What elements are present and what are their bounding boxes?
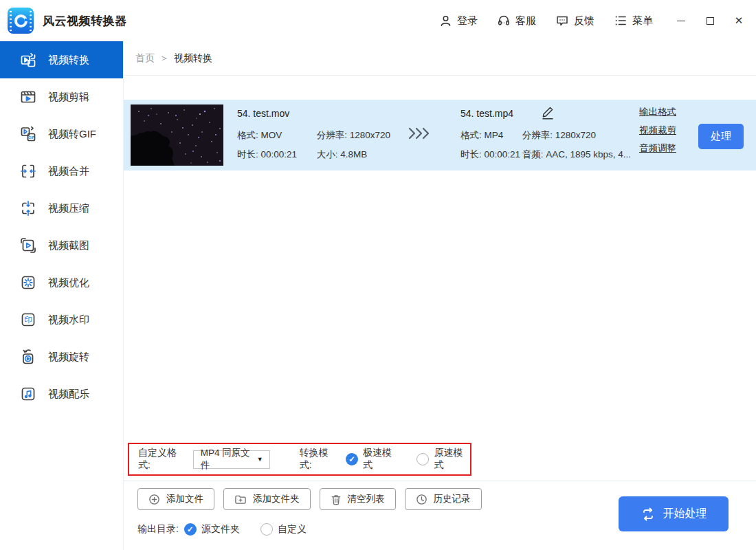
main-content: 首页 ＞ 视频转换 — [124, 41, 756, 550]
output-duration-audio: 时长: 00:00:21 音频: AAC, 1895 kbps, 4... — [460, 148, 631, 161]
sidebar-item-video-to-gif[interactable]: GIF 视频转GIF — [0, 116, 123, 153]
sidebar-item-video-merge[interactable]: 视频合并 — [0, 153, 123, 190]
window-controls: ✕ — [675, 14, 745, 27]
gif-convert-icon: GIF — [20, 126, 36, 142]
support-button[interactable]: 客服 — [497, 14, 536, 28]
maximize-icon[interactable] — [704, 14, 716, 27]
divider — [124, 481, 756, 481]
speech-bubble-icon — [555, 14, 569, 28]
sidebar-item-video-rotate[interactable]: 视频旋转 — [0, 338, 123, 375]
output-format-resolution: 格式: MP4 分辨率: 1280x720 — [460, 129, 596, 142]
start-process-button[interactable]: 开始处理 — [619, 496, 729, 531]
breadcrumb-home[interactable]: 首页 — [135, 52, 155, 65]
user-icon — [439, 14, 452, 28]
sidebar-item-label: 视频压缩 — [48, 202, 89, 215]
radio-checked-icon: ✓ — [346, 453, 358, 465]
format-dropdown-value: MP4 同原文件 — [201, 447, 257, 472]
screenshot-icon — [20, 237, 36, 254]
sidebar-item-video-screenshot[interactable]: 视频截图 — [0, 227, 123, 264]
sidebar-item-video-compress[interactable]: 视频压缩 — [0, 190, 123, 227]
outdir-source-folder-label: 源文件夹 — [201, 523, 240, 536]
clock-icon — [416, 494, 427, 505]
audio-adjust-link[interactable]: 音频调整 — [639, 142, 676, 155]
radio-checked-icon: ✓ — [184, 523, 197, 536]
sidebar-item-video-convert[interactable]: 视频转换 — [0, 41, 123, 78]
svg-text:GIF: GIF — [28, 135, 35, 140]
output-filename: 54. test.mp4 — [460, 108, 513, 119]
output-format-link[interactable]: 输出格式 — [639, 106, 676, 118]
source-format-resolution: 格式: MOV 分辨率: 1280x720 — [237, 129, 390, 142]
radio-unchecked-icon — [260, 523, 273, 536]
mode-normal-label: 原速模式 — [434, 447, 470, 472]
optimize-icon — [20, 274, 36, 291]
custom-format-label: 自定义格式: — [138, 447, 187, 472]
sidebar-item-video-watermark[interactable]: 印 视频水印 — [0, 301, 123, 338]
source-duration-size: 时长: 00:00:21 大小: 4.8MB — [237, 148, 367, 161]
outdir-source-folder-radio[interactable]: ✓ 源文件夹 — [184, 523, 240, 536]
titlebar: 风云视频转换器 登录 客服 反馈 — [0, 0, 756, 41]
clear-list-button[interactable]: 清空列表 — [320, 488, 396, 510]
outdir-custom-label: 自定义 — [278, 523, 307, 536]
chevron-down-icon: ▼ — [257, 456, 263, 463]
menu-list-icon — [614, 14, 627, 28]
menu-button[interactable]: 菜单 — [614, 14, 653, 28]
history-button[interactable]: 历史记录 — [405, 488, 482, 510]
breadcrumb-current: 视频转换 — [174, 52, 212, 65]
sidebar-item-label: 视频水印 — [48, 314, 89, 327]
add-file-button[interactable]: 添加文件 — [137, 488, 214, 510]
folder-plus-icon — [234, 494, 247, 505]
minimize-icon[interactable] — [675, 14, 687, 27]
convert-arrow-icon — [407, 124, 432, 142]
sidebar: 视频转换 视频剪辑 GIF 视频转GIF 视频合并 — [0, 41, 124, 550]
process-button[interactable]: 处理 — [698, 124, 744, 149]
sidebar-item-video-clip[interactable]: 视频剪辑 — [0, 78, 123, 116]
add-circle-icon — [148, 494, 160, 505]
output-dir-label: 输出目录: — [137, 523, 179, 536]
rotate-icon — [20, 349, 36, 365]
svg-text:印: 印 — [24, 316, 32, 324]
trash-icon — [331, 494, 342, 505]
format-dropdown[interactable]: MP4 同原文件 ▼ — [193, 450, 270, 469]
radio-unchecked-icon — [416, 453, 429, 465]
sidebar-item-label: 视频转GIF — [48, 128, 96, 141]
mode-fast-label: 极速模式 — [363, 447, 399, 472]
app-title: 风云视频转换器 — [43, 13, 127, 29]
breadcrumb: 首页 ＞ 视频转换 — [124, 41, 756, 76]
sidebar-item-label: 视频合并 — [48, 165, 89, 178]
sidebar-item-label: 视频剪辑 — [48, 91, 89, 104]
sidebar-item-video-optimize[interactable]: 视频优化 — [0, 264, 123, 301]
sidebar-item-label: 视频优化 — [48, 276, 89, 289]
outdir-custom-radio[interactable]: 自定义 — [260, 523, 307, 536]
feedback-button[interactable]: 反馈 — [555, 14, 594, 28]
row-links: 输出格式 视频裁剪 音频调整 — [639, 106, 676, 155]
video-convert-icon — [20, 52, 36, 68]
file-list-row: 54. test.mov 格式: MOV 分辨率: 1280x720 时长: 0… — [124, 100, 756, 170]
loop-icon — [641, 507, 656, 521]
output-dir-row: 输出目录: ✓ 源文件夹 自定义 — [137, 523, 307, 536]
music-note-icon — [20, 386, 36, 402]
sidebar-item-label: 视频转换 — [48, 54, 89, 67]
merge-icon — [20, 163, 36, 179]
sidebar-item-label: 视频配乐 — [48, 388, 89, 401]
headset-icon — [497, 14, 511, 28]
mode-normal-radio[interactable]: 原速模式 — [416, 447, 470, 472]
close-icon[interactable]: ✕ — [733, 14, 745, 27]
annotation-highlight-box: 自定义格式: MP4 同原文件 ▼ 转换模式: ✓ 极速模式 原速模式 — [128, 443, 471, 476]
mode-fast-radio[interactable]: ✓ 极速模式 — [346, 447, 399, 472]
video-thumbnail — [131, 104, 223, 166]
video-crop-link[interactable]: 视频裁剪 — [639, 124, 676, 137]
edit-pencil-icon[interactable] — [540, 104, 555, 121]
titlebar-actions: 登录 客服 反馈 — [439, 14, 745, 28]
clapperboard-icon — [20, 89, 36, 105]
convert-mode-label: 转换模式: — [300, 447, 339, 472]
add-folder-button[interactable]: 添加文件夹 — [223, 488, 311, 510]
breadcrumb-separator: ＞ — [159, 52, 169, 65]
app-logo-icon — [8, 8, 34, 34]
source-filename: 54. test.mov — [237, 108, 289, 119]
watermark-icon: 印 — [20, 311, 36, 328]
sidebar-item-video-music[interactable]: 视频配乐 — [0, 375, 123, 412]
compress-icon — [20, 200, 36, 217]
sidebar-item-label: 视频旋转 — [48, 351, 89, 364]
actions-row: 添加文件 添加文件夹 清空列表 历史记录 — [137, 488, 482, 510]
login-button[interactable]: 登录 — [439, 14, 478, 28]
